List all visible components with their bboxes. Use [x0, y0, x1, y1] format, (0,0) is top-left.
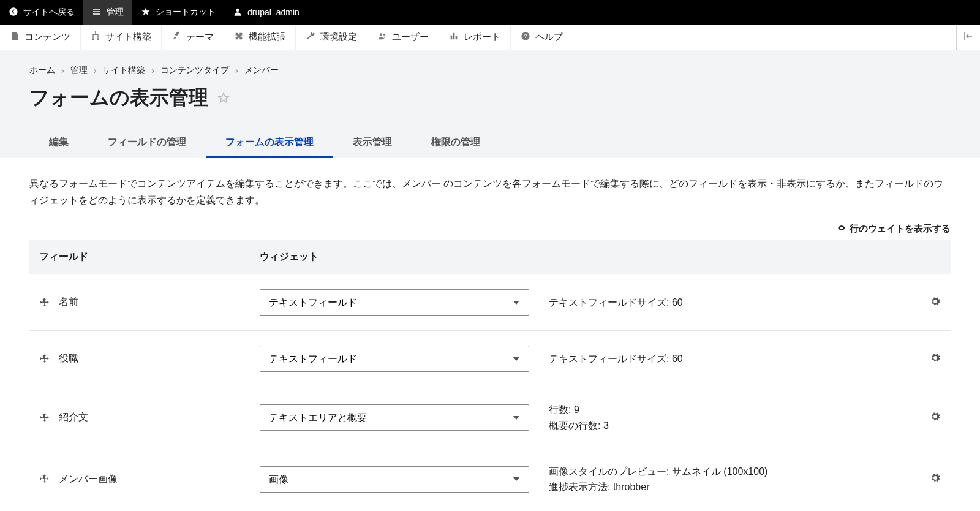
- tab-manage-form-display[interactable]: フォームの表示管理: [206, 129, 333, 158]
- star-icon: [141, 7, 151, 18]
- bar-chart-icon: [449, 31, 459, 43]
- drag-handle-icon[interactable]: [39, 354, 50, 365]
- toolbar-content-label: コンテンツ: [24, 31, 70, 43]
- svg-point-1: [236, 8, 239, 11]
- show-row-weights-link[interactable]: 行のウェイトを表示する: [837, 223, 951, 235]
- breadcrumb-item[interactable]: 管理: [70, 65, 88, 76]
- breadcrumb: ホーム › 管理 › サイト構築 › コンテンツタイプ › メンバー: [29, 65, 951, 76]
- admin-topbar: サイトへ戻る 管理 ショートカット drupal_admin: [0, 0, 980, 25]
- table-row: メンバー画像 画像画像スタイルのプレビュー: サムネイル (100x100)進捗…: [29, 449, 951, 510]
- tab-manage-fields[interactable]: フィールドの管理: [88, 129, 206, 158]
- svg-text:?: ?: [524, 33, 527, 39]
- manage-label: 管理: [107, 7, 124, 18]
- manage-toggle[interactable]: 管理: [83, 0, 132, 25]
- tab-edit[interactable]: 編集: [29, 129, 88, 158]
- admin-toolbar: コンテンツ サイト構築 テーマ 機能拡張 環境設定 ユーザー レポート ? ヘル…: [0, 25, 980, 50]
- gear-icon[interactable]: [930, 414, 941, 424]
- widget-select[interactable]: テキストフィールド: [260, 289, 529, 316]
- breadcrumb-item[interactable]: コンテンツタイプ: [160, 65, 229, 76]
- widget-summary: テキストフィールドサイズ: 60: [539, 274, 914, 331]
- page-title: フォームの表示管理: [29, 85, 208, 112]
- svg-point-4: [97, 39, 99, 40]
- collapse-left-icon: [963, 31, 974, 44]
- question-icon: ?: [521, 31, 530, 43]
- breadcrumb-item[interactable]: サイト構築: [102, 65, 145, 76]
- svg-point-2: [95, 31, 97, 33]
- eye-icon: [837, 224, 846, 234]
- widget-select[interactable]: 画像: [260, 466, 529, 493]
- user-label: drupal_admin: [247, 7, 300, 17]
- paintbrush-icon: [172, 31, 181, 43]
- svg-point-5: [380, 33, 382, 36]
- chevron-right-icon: ›: [151, 66, 154, 75]
- gear-icon[interactable]: [930, 475, 941, 485]
- chevron-right-icon: ›: [235, 66, 238, 75]
- show-row-weights: 行のウェイトを表示する: [29, 223, 951, 235]
- toolbar-reports[interactable]: レポート: [439, 25, 511, 50]
- svg-point-0: [9, 7, 17, 15]
- widget-summary: テキストフィールドサイズ: 60: [539, 331, 914, 387]
- toolbar-help[interactable]: ? ヘルプ: [511, 25, 573, 50]
- primary-tabs: 編集 フィールドの管理 フォームの表示管理 表示管理 権限の管理: [29, 129, 951, 158]
- table-header-ops: [914, 240, 951, 274]
- toolbar-collapse-button[interactable]: [956, 25, 980, 50]
- svg-point-3: [92, 39, 94, 40]
- page-title-row: フォームの表示管理: [29, 85, 951, 112]
- shortcuts-label: ショートカット: [156, 7, 216, 18]
- page-description: 異なるフォームモードでコンテンツアイテムを編集することができます。ここでは、メン…: [29, 175, 951, 208]
- header-region: ホーム › 管理 › サイト構築 › コンテンツタイプ › メンバー フォームの…: [0, 50, 980, 158]
- toolbar-extend-label: 機能拡張: [249, 31, 285, 43]
- toolbar-people[interactable]: ユーザー: [368, 25, 439, 50]
- structure-icon: [91, 31, 100, 43]
- chevron-left-circle-icon: [9, 7, 18, 18]
- chevron-right-icon: ›: [94, 66, 97, 75]
- toolbar-content[interactable]: コンテンツ: [0, 25, 81, 50]
- drag-handle-icon[interactable]: [39, 297, 50, 308]
- field-label: 役職: [59, 352, 78, 365]
- table-row: 役職 テキストフィールドテキストフィールドサイズ: 60: [29, 331, 951, 387]
- toolbar-extend[interactable]: 機能拡張: [224, 25, 296, 50]
- show-row-weights-label: 行のウェイトを表示する: [850, 223, 951, 235]
- toolbar-reports-label: レポート: [464, 31, 500, 43]
- svg-point-6: [383, 34, 385, 36]
- widget-select[interactable]: テキストエリアと概要: [260, 404, 529, 431]
- file-icon: [10, 31, 20, 43]
- toolbar-appearance[interactable]: テーマ: [162, 25, 224, 50]
- form-display-table: フィールド ウィジェット 名前 テキストフィールドテキストフィールドサイズ: 6…: [29, 240, 951, 510]
- hamburger-icon: [92, 7, 102, 18]
- toolbar-structure-label: サイト構築: [105, 31, 151, 43]
- toolbar-help-label: ヘルプ: [535, 31, 563, 43]
- field-label: 紹介文: [59, 411, 88, 424]
- toolbar-appearance-label: テーマ: [186, 31, 214, 43]
- tab-manage-permissions[interactable]: 権限の管理: [412, 129, 500, 158]
- people-icon: [377, 31, 387, 43]
- table-header-summary: [539, 240, 914, 274]
- drag-handle-icon[interactable]: [39, 412, 50, 423]
- shortcuts-link[interactable]: ショートカット: [132, 0, 224, 25]
- table-row: 紹介文 テキストエリアと概要行数: 9概要の行数: 3: [29, 387, 951, 449]
- wrench-icon: [306, 31, 315, 43]
- chevron-right-icon: ›: [61, 66, 64, 75]
- breadcrumb-item[interactable]: ホーム: [29, 65, 55, 76]
- field-label: 名前: [59, 296, 78, 309]
- table-header-widget: ウィジェット: [250, 240, 539, 274]
- back-to-site-label: サイトへ戻る: [23, 7, 75, 18]
- tab-manage-display[interactable]: 表示管理: [333, 129, 412, 158]
- shortcut-star-icon[interactable]: [217, 91, 230, 105]
- widget-select[interactable]: テキストフィールド: [260, 346, 529, 372]
- toolbar-configuration[interactable]: 環境設定: [296, 25, 368, 50]
- table-header-field: フィールド: [29, 240, 250, 274]
- main-content: 異なるフォームモードでコンテンツアイテムを編集することができます。ここでは、メン…: [0, 158, 980, 511]
- widget-summary: 行数: 9概要の行数: 3: [539, 387, 914, 449]
- field-label: メンバー画像: [59, 473, 118, 486]
- toolbar-structure[interactable]: サイト構築: [81, 25, 162, 50]
- drag-handle-icon[interactable]: [39, 474, 50, 485]
- toolbar-configuration-label: 環境設定: [320, 31, 357, 43]
- gear-icon[interactable]: [930, 298, 941, 309]
- back-to-site-link[interactable]: サイトへ戻る: [0, 0, 83, 25]
- gear-icon[interactable]: [930, 355, 941, 365]
- user-menu[interactable]: drupal_admin: [224, 0, 308, 25]
- widget-summary: 画像スタイルのプレビュー: サムネイル (100x100)進捗表示方法: thr…: [539, 449, 914, 510]
- breadcrumb-item[interactable]: メンバー: [244, 65, 279, 76]
- table-row: 名前 テキストフィールドテキストフィールドサイズ: 60: [29, 274, 951, 331]
